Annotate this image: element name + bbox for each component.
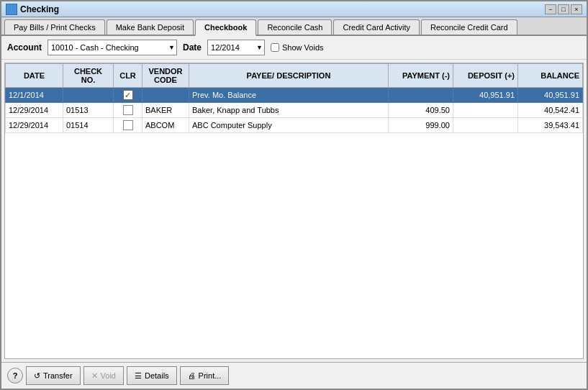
minimize-button[interactable]: − [545, 4, 556, 14]
window-controls: − □ × [545, 4, 582, 14]
transfer-icon: ↺ [34, 371, 40, 381]
cell-deposit: 40,951.91 [453, 88, 518, 103]
header-vendor: VENDORCODE [143, 64, 189, 88]
date-label: Date [183, 42, 202, 53]
tab-credit-card[interactable]: Credit Card Activity [333, 19, 420, 35]
table-header-row: DATE CHECK NO. CLR VENDORCODE PAYEE/ DES… [6, 64, 583, 88]
cell-check: 01513 [63, 103, 114, 118]
show-voids-container: Show Voids [271, 43, 323, 52]
tabs-bar: Pay Bills / Print Checks Make Bank Depos… [1, 17, 587, 36]
table-wrapper: DATE CHECK NO. CLR VENDORCODE PAYEE/ DES… [4, 63, 584, 359]
account-label: Account [7, 42, 42, 53]
header-clr: CLR [114, 64, 143, 88]
details-label: Details [145, 371, 169, 380]
clr-checkbox-container [117, 120, 139, 130]
transfer-button[interactable]: ↺ Transfer [26, 366, 81, 385]
header-deposit: DEPOSIT (+) [453, 64, 518, 88]
void-label: Void [101, 371, 116, 380]
account-selector[interactable]: 10010 - Cash - Checking ▼ [48, 40, 177, 55]
transfer-label: Transfer [43, 371, 73, 380]
cell-balance: 40,542.41 [518, 103, 583, 118]
close-button[interactable]: × [571, 4, 582, 14]
toolbar: Account 10010 - Cash - Checking ▼ Date 1… [1, 36, 587, 60]
cell-clr [114, 118, 143, 133]
header-date: DATE [6, 64, 63, 88]
cell-vendor: BAKER [143, 103, 189, 118]
clr-checkbox [123, 120, 133, 130]
void-button[interactable]: ✕ Void [83, 366, 124, 385]
header-payment: PAYMENT (-) [389, 64, 453, 88]
cell-deposit [453, 118, 518, 133]
transactions-table: DATE CHECK NO. CLR VENDORCODE PAYEE/ DES… [5, 63, 583, 133]
content-area: DATE CHECK NO. CLR VENDORCODE PAYEE/ DES… [1, 60, 587, 362]
cell-payee: Baker, Knapp and Tubbs [189, 103, 389, 118]
date-select[interactable]: 12/2014 [207, 40, 265, 55]
clr-checkbox-container [117, 105, 139, 115]
account-select[interactable]: 10010 - Cash - Checking [48, 40, 177, 55]
clr-checkbox-container: ✓ [117, 90, 139, 100]
show-voids-label: Show Voids [282, 43, 323, 52]
table-row[interactable]: 12/29/2014 01513 BAKER Baker, Knapp and … [6, 103, 583, 118]
cell-balance: 39,543.41 [518, 118, 583, 133]
tab-reconcile-credit[interactable]: Reconcile Credit Card [421, 19, 517, 35]
cell-date: 12/29/2014 [6, 118, 63, 133]
clr-checkbox: ✓ [123, 90, 133, 100]
cell-vendor: ABCOM [143, 118, 189, 133]
app-icon [6, 4, 17, 15]
date-selector[interactable]: 12/2014 ▼ [207, 40, 265, 55]
help-button[interactable]: ? [7, 368, 23, 384]
header-check: CHECK NO. [63, 64, 114, 88]
cell-check [63, 88, 114, 103]
header-balance: BALANCE [518, 64, 583, 88]
window-title: Checking [20, 4, 59, 14]
cell-payment: 409.50 [389, 103, 453, 118]
tab-reconcile-cash[interactable]: Reconcile Cash [258, 19, 332, 35]
cell-balance: 40,951.91 [518, 88, 583, 103]
details-icon: ☰ [135, 371, 142, 381]
cell-clr [114, 103, 143, 118]
details-button[interactable]: ☰ Details [127, 366, 177, 385]
show-voids-checkbox[interactable] [271, 43, 279, 52]
table-body: 12/1/2014 ✓ Prev. Mo. Balance 40,951.91 … [6, 88, 583, 133]
print-button[interactable]: 🖨 Print... [180, 366, 230, 385]
cell-vendor [143, 88, 189, 103]
main-window: Checking − □ × Pay Bills / Print Checks … [0, 0, 588, 390]
header-payee: PAYEE/ DESCRIPTION [189, 64, 389, 88]
cell-date: 12/1/2014 [6, 88, 63, 103]
tab-pay-bills[interactable]: Pay Bills / Print Checks [4, 19, 105, 35]
cell-payee: Prev. Mo. Balance [189, 88, 389, 103]
cell-payee: ABC Computer Supply [189, 118, 389, 133]
bottom-bar: ? ↺ Transfer ✕ Void ☰ Details 🖨 Print... [1, 362, 587, 389]
tab-checkbook[interactable]: Checkbook [195, 19, 256, 36]
cell-check: 01514 [63, 118, 114, 133]
title-bar-left: Checking [6, 4, 59, 15]
cell-date: 12/29/2014 [6, 103, 63, 118]
table-row[interactable]: 12/29/2014 01514 ABCOM ABC Computer Supp… [6, 118, 583, 133]
print-icon: 🖨 [188, 371, 196, 380]
print-label: Print... [199, 371, 222, 380]
cell-deposit [453, 103, 518, 118]
table-row[interactable]: 12/1/2014 ✓ Prev. Mo. Balance 40,951.91 … [6, 88, 583, 103]
tab-bank-deposit[interactable]: Make Bank Deposit [107, 19, 194, 35]
maximize-button[interactable]: □ [558, 4, 569, 14]
cell-payment: 999.00 [389, 118, 453, 133]
clr-checkbox [123, 105, 133, 115]
cell-clr: ✓ [114, 88, 143, 103]
cell-payment [389, 88, 453, 103]
void-icon: ✕ [91, 371, 98, 381]
title-bar: Checking − □ × [1, 1, 587, 17]
